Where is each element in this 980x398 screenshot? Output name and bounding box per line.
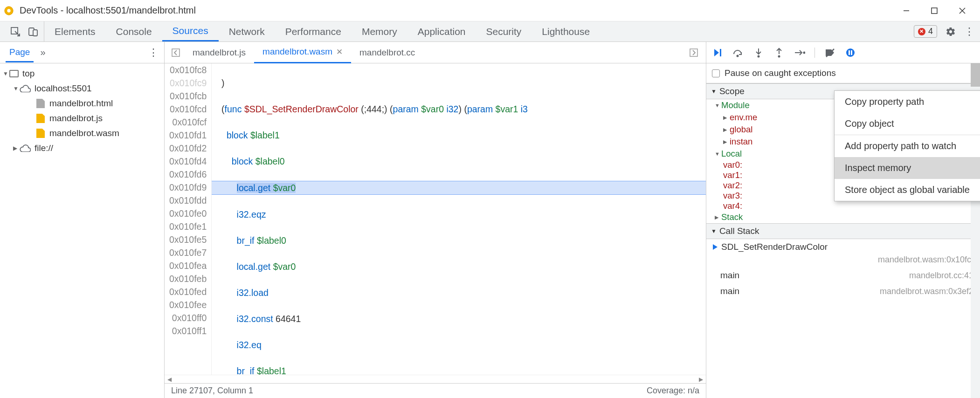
chevron-down-icon: ▼ (715, 103, 721, 108)
svg-point-14 (758, 55, 760, 57)
chevron-right-icon: ▶ (723, 139, 730, 145)
pause-exceptions-label: Pause on caught exceptions (725, 68, 836, 78)
cloud-icon (20, 144, 31, 152)
script-icon (36, 129, 45, 138)
chevron-down-icon: ▼ (711, 228, 717, 234)
svg-rect-11 (720, 49, 721, 56)
devtools-tabs-row: Elements Console Sources Network Perform… (0, 21, 980, 42)
code-lines[interactable]: ) (func $SDL_SetRenderDrawColor (;444;) … (212, 63, 706, 375)
editor-tab-js[interactable]: mandelbrot.js (184, 42, 254, 63)
chevron-down-icon: ▼ (3, 70, 9, 77)
navigator-sidebar: Page » ⋮ ▼ top ▼ localhost:5501 mandelbr… (0, 42, 165, 398)
window-title-bar: DevTools - localhost:5501/mandelbrot.htm… (0, 0, 980, 21)
sidebar-tab-page[interactable]: Page (6, 42, 34, 62)
chevron-down-icon: ▼ (13, 85, 20, 92)
tab-memory[interactable]: Memory (352, 21, 407, 41)
chevron-right-icon: ▶ (723, 127, 730, 133)
ctx-store-global[interactable]: Store object as global variable (835, 179, 980, 201)
document-icon (36, 99, 45, 108)
chevron-down-icon: ▼ (711, 88, 717, 95)
tab-security[interactable]: Security (476, 21, 531, 41)
cloud-icon (20, 85, 31, 92)
editor-nav-forward-icon[interactable] (684, 48, 703, 57)
editor-tab-wasm[interactable]: mandelbrot.wasm✕ (254, 42, 351, 63)
debugger-toolbar (706, 42, 980, 63)
main-area: Page » ⋮ ▼ top ▼ localhost:5501 mandelbr… (0, 42, 980, 398)
chevron-down-icon: ▼ (715, 151, 721, 157)
scope-local-var[interactable]: var4: (706, 201, 980, 211)
tab-sources[interactable]: Sources (162, 21, 219, 41)
editor-tab-label: mandelbrot.js (193, 48, 246, 58)
svg-rect-21 (849, 50, 850, 55)
device-toolbar-icon[interactable] (28, 27, 38, 37)
window-title: DevTools - localhost:5501/mandelbrot.htm… (20, 5, 196, 16)
tree-label: top (22, 69, 35, 79)
callstack-frame[interactable]: main mandelbrot.wasm:0x3ef2 (706, 283, 980, 299)
tab-application[interactable]: Application (407, 21, 476, 41)
status-cursor-position: Line 27107, Column 1 (171, 386, 253, 396)
tab-console[interactable]: Console (106, 21, 162, 41)
ctx-inspect-memory[interactable]: Inspect memory (835, 157, 980, 179)
tab-performance[interactable]: Performance (275, 21, 352, 41)
sidebar-kebab-icon[interactable]: ⋮ (148, 47, 159, 59)
tree-file-label: mandelbrot.js (49, 113, 103, 124)
editor-panel: mandelbrot.js mandelbrot.wasm✕ mandelbro… (165, 42, 706, 398)
error-count-badge[interactable]: ✕ 4 (914, 25, 937, 38)
script-icon (36, 114, 45, 123)
close-icon[interactable]: ✕ (336, 47, 343, 57)
callstack-frame[interactable]: main mandelbrot.cc:41 (706, 268, 980, 283)
sidebar-more-tabs-icon[interactable]: » (40, 47, 45, 58)
tree-file[interactable]: mandelbrot.html (0, 96, 164, 111)
pause-exceptions-icon[interactable] (845, 47, 856, 58)
error-icon: ✕ (918, 28, 925, 35)
step-over-icon[interactable] (732, 47, 744, 58)
pause-on-exceptions-row[interactable]: Pause on caught exceptions (706, 63, 980, 83)
step-out-icon[interactable] (773, 47, 785, 58)
tree-label: localhost:5501 (35, 83, 92, 94)
svg-point-20 (846, 48, 855, 57)
tree-file-scheme[interactable]: ▶ file:// (0, 141, 164, 156)
app-icon (4, 6, 14, 16)
tab-lighthouse[interactable]: Lighthouse (531, 21, 600, 41)
callstack-section-header[interactable]: ▼ Call Stack (706, 223, 980, 239)
tree-file[interactable]: mandelbrot.js (0, 111, 164, 126)
ctx-copy-object[interactable]: Copy object (835, 113, 980, 135)
frame-icon (9, 70, 19, 77)
error-count: 4 (928, 27, 933, 36)
window-maximize-button[interactable] (920, 1, 948, 20)
callstack-frame[interactable]: SDL_SetRenderDrawColor (706, 239, 980, 255)
debugger-panel: Pause on caught exceptions ▼ Scope ▼Modu… (706, 42, 980, 398)
tree-host[interactable]: ▼ localhost:5501 (0, 81, 164, 96)
svg-rect-9 (172, 49, 179, 56)
chevron-right-icon: ▶ (723, 115, 730, 121)
tree-file-label: mandelbrot.wasm (49, 128, 119, 138)
kebab-menu-icon[interactable]: ⋮ (964, 26, 974, 38)
inspect-element-icon[interactable] (10, 27, 21, 37)
tree-label: file:// (35, 143, 53, 153)
window-minimize-button[interactable] (892, 1, 920, 20)
tab-network[interactable]: Network (219, 21, 275, 41)
svg-rect-10 (690, 49, 697, 56)
editor-tabstrip: mandelbrot.js mandelbrot.wasm✕ mandelbro… (165, 42, 706, 63)
window-close-button[interactable] (948, 1, 976, 20)
code-area[interactable]: 0x010fc8 0x010fc9 0x010fcb 0x010fcd 0x01… (165, 63, 706, 375)
step-icon[interactable] (794, 47, 805, 58)
resume-icon[interactable] (712, 47, 723, 58)
settings-icon[interactable] (945, 27, 956, 37)
tab-elements[interactable]: Elements (44, 21, 106, 41)
scope-stack[interactable]: ▶Stack (706, 211, 980, 223)
ctx-add-watch[interactable]: Add property path to watch (835, 135, 980, 157)
svg-rect-8 (33, 30, 37, 36)
ctx-copy-property-path[interactable]: Copy property path (835, 91, 980, 113)
svg-rect-3 (932, 8, 937, 14)
tree-file[interactable]: mandelbrot.wasm (0, 126, 164, 141)
horizontal-scrollbar[interactable]: ◀ ▶ (165, 375, 706, 383)
checkbox-icon[interactable] (712, 69, 720, 77)
editor-tab-label: mandelbrot.cc (359, 48, 415, 58)
status-coverage: Coverage: n/a (647, 386, 699, 396)
tree-top[interactable]: ▼ top (0, 66, 164, 81)
step-into-icon[interactable] (753, 47, 764, 58)
editor-tab-cc[interactable]: mandelbrot.cc (351, 42, 423, 63)
editor-nav-back-icon[interactable] (167, 48, 184, 57)
deactivate-breakpoints-icon[interactable] (824, 47, 835, 58)
